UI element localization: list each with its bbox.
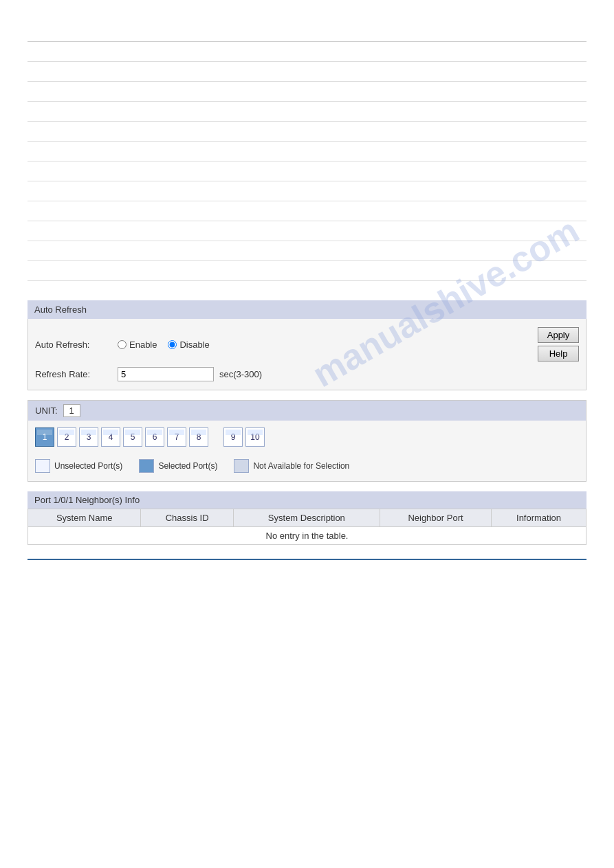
- col-system-name: System Name: [28, 509, 141, 527]
- auto-refresh-form: Auto Refresh: Enable Disable Apply: [28, 319, 586, 390]
- blank-line: [28, 81, 586, 82]
- apply-help-col: Apply Help: [538, 327, 579, 361]
- page-wrapper: manualshive.com Auto Refresh Auto Refres…: [0, 41, 614, 868]
- blank-line: [28, 221, 586, 221]
- port-btn-6[interactable]: 6: [145, 427, 164, 447]
- enable-radio[interactable]: [118, 340, 127, 349]
- port-btn-8[interactable]: 8: [189, 427, 208, 447]
- port-btn-10[interactable]: 10: [245, 427, 265, 447]
- table-header-row: System Name Chassis ID System Descriptio…: [28, 509, 586, 527]
- disable-option[interactable]: Disable: [168, 340, 209, 350]
- auto-refresh-section: Auto Refresh Auto Refresh: Enable Disabl…: [28, 300, 586, 390]
- neighbor-table-section: Port 1/0/1 Neighbor(s) Info System Name …: [28, 491, 586, 545]
- sec-label: sec(3-300): [219, 369, 262, 379]
- neighbor-table: System Name Chassis ID System Descriptio…: [28, 509, 586, 545]
- apply-button[interactable]: Apply: [538, 327, 579, 343]
- blank-line: [28, 241, 586, 241]
- selected-port-icon: [139, 459, 154, 473]
- blank-line: [28, 181, 586, 181]
- unit-header: UNIT: 1: [28, 401, 586, 421]
- legend-selected: Selected Port(s): [139, 459, 217, 473]
- port-legend: Unselected Port(s) Selected Port(s) Not …: [28, 454, 586, 481]
- blank-line: [28, 280, 586, 281]
- blank-line: [28, 201, 586, 201]
- blank-line: [28, 260, 586, 261]
- refresh-rate-row: Refresh Rate: sec(3-300): [35, 364, 579, 384]
- unit-section: UNIT: 1 1 2 3 4 5 6 7 8 9 10: [28, 400, 586, 482]
- disable-radio[interactable]: [168, 340, 177, 349]
- col-neighbor-port: Neighbor Port: [380, 509, 491, 527]
- legend-unavailable: Not Available for Selection: [234, 459, 349, 473]
- radio-group: Enable Disable: [118, 340, 538, 350]
- col-information: Information: [492, 509, 586, 527]
- no-entry-cell: No entry in the table.: [28, 527, 586, 545]
- unavailable-port-icon: [234, 459, 249, 473]
- top-divider: [28, 41, 586, 42]
- legend-unselected: Unselected Port(s): [35, 459, 122, 473]
- blank-line: [28, 121, 586, 122]
- unselected-label: Unselected Port(s): [54, 461, 122, 471]
- no-entry-row: No entry in the table.: [28, 527, 586, 545]
- bottom-spacer: [0, 560, 614, 643]
- blank-lines-section: [28, 61, 586, 281]
- port-btn-4[interactable]: 4: [101, 427, 120, 447]
- blank-line: [28, 161, 586, 162]
- neighbor-table-header: Port 1/0/1 Neighbor(s) Info: [28, 491, 586, 509]
- port-btn-3[interactable]: 3: [79, 427, 98, 447]
- selected-label: Selected Port(s): [158, 461, 217, 471]
- main-content: Auto Refresh Auto Refresh: Enable Disabl…: [28, 300, 586, 545]
- port-buttons-row: 1 2 3 4 5 6 7 8 9 10: [28, 421, 586, 454]
- unselected-port-icon: [35, 459, 50, 473]
- refresh-rate-label: Refresh Rate:: [35, 369, 118, 379]
- auto-refresh-header: Auto Refresh: [28, 300, 586, 319]
- disable-label: Disable: [179, 340, 209, 350]
- unit-value: 1: [63, 404, 80, 417]
- auto-refresh-label: Auto Refresh:: [35, 340, 118, 350]
- port-btn-1[interactable]: 1: [35, 427, 54, 447]
- unavailable-label: Not Available for Selection: [253, 461, 349, 471]
- blank-line: [28, 101, 586, 102]
- port-btn-2[interactable]: 2: [57, 427, 76, 447]
- refresh-rate-input[interactable]: [118, 367, 214, 381]
- port-btn-5[interactable]: 5: [123, 427, 142, 447]
- blank-line: [28, 141, 586, 142]
- help-button[interactable]: Help: [538, 346, 579, 361]
- auto-refresh-row: Auto Refresh: Enable Disable Apply: [35, 324, 579, 364]
- port-btn-9[interactable]: 9: [223, 427, 243, 447]
- blank-line: [28, 61, 586, 62]
- enable-label: Enable: [129, 340, 157, 350]
- col-chassis-id: Chassis ID: [141, 509, 233, 527]
- port-btn-7[interactable]: 7: [167, 427, 186, 447]
- enable-option[interactable]: Enable: [118, 340, 157, 350]
- col-system-description: System Description: [233, 509, 380, 527]
- unit-label: UNIT:: [35, 405, 58, 416]
